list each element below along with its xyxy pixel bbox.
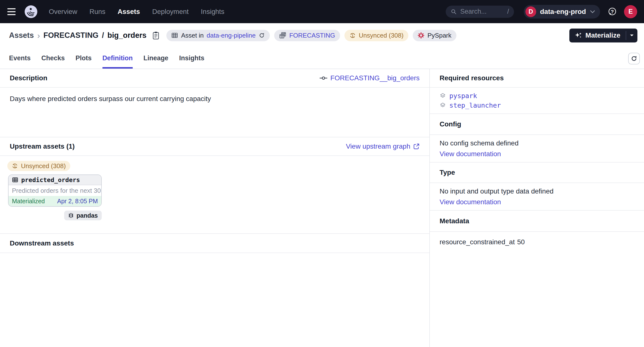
description-title: Description [10,74,47,82]
svg-text:?: ? [611,9,614,14]
config-header: Config [430,114,644,135]
type-docs-link[interactable]: View documentation [440,198,634,206]
config-title: Config [440,120,461,128]
workspace-switcher[interactable]: D data-eng-prod [524,5,600,18]
job-node-icon [320,76,327,80]
job-link-label: FORECASTING__big_orders [330,74,420,82]
upstream-unsynced-badge[interactable]: Unsynced (308) [7,161,70,171]
refresh-icon[interactable] [258,32,265,38]
search-input[interactable] [460,8,504,15]
user-avatar[interactable]: E [624,5,637,18]
resource-step-launcher-label: step_launcher [449,102,501,109]
type-body: No input and output type data defined Vi… [430,183,644,210]
pandas-icon [68,212,74,219]
upstream-asset-card[interactable]: predicted_orders Predicted orders for th… [8,174,102,207]
resources-header: Required resources [430,69,644,88]
tab-checks[interactable]: Checks [42,48,65,68]
chevron-down-icon [590,10,595,14]
dagster-logo-icon[interactable] [24,5,38,18]
nav-overview[interactable]: Overview [49,8,77,16]
tab-bar: Events Checks Plots Definition Lineage I… [0,48,644,69]
right-column-empty [430,252,644,347]
metadata-key: resource_constrained_at [440,238,517,246]
tag-group-forecasting[interactable]: FORECASTING [274,30,340,41]
resource-link-step-launcher[interactable]: step_launcher [440,102,634,109]
description-header: Description FORECASTING__big_orders [0,69,429,88]
tag-pandas: pandas [64,210,102,220]
downstream-body-empty [0,253,429,347]
config-docs-link[interactable]: View documentation [440,150,634,158]
metadata-value: 50 [517,238,525,246]
workspace-label: data-eng-prod [540,8,586,16]
type-header: Type [430,162,644,183]
caret-down-icon [630,34,634,36]
asset-group-icon [279,32,286,39]
table-icon [171,32,178,39]
materialize-split-button: Materialize [569,28,638,42]
type-empty-message: No input and output type data defined [440,188,634,195]
materialization-timestamp[interactable]: Apr 2, 8:05 PM [57,198,98,205]
materialize-button[interactable]: Materialize [569,28,626,42]
search-icon [450,8,457,15]
tab-plots[interactable]: Plots [76,48,92,68]
tag-pyspark: PySpark [413,30,456,41]
nav-runs[interactable]: Runs [90,8,106,16]
resource-link-pyspark[interactable]: pyspark [440,92,634,100]
metadata-header: Metadata [430,210,644,232]
asset-card-tag-row: pandas [7,210,102,220]
config-body: No config schema defined View documentat… [430,135,644,162]
asset-card-status-row: Materialized Apr 2, 8:05 PM [8,196,101,206]
job-link[interactable]: FORECASTING__big_orders [320,74,420,82]
breadcrumb: Assets › FORECASTING / big_orders [9,31,160,40]
refresh-page-button[interactable] [628,53,640,64]
tag-unsynced[interactable]: Unsynced (308) [344,30,408,41]
sync-alert-icon [349,32,356,39]
layers-icon [440,102,446,108]
menu-icon[interactable] [7,6,18,17]
pipeline-link[interactable]: data-eng-pipeline [206,32,256,39]
workspace-badge: D [526,6,536,17]
config-empty-message: No config schema defined [440,139,634,147]
materialize-caret-button[interactable] [626,28,638,42]
breadcrumb-separator: / [102,31,104,40]
description-text: Days where predicted orders surpass our … [10,95,211,102]
main-content: Description FORECASTING__big_orders Days… [0,69,644,347]
resource-pyspark-label: pyspark [449,92,477,100]
upstream-body: Unsynced (308) predicted_orders Predicte… [0,156,429,233]
external-link-icon [413,143,420,150]
tab-definition[interactable]: Definition [102,48,133,68]
table-icon [12,177,18,183]
breadcrumb-group: FORECASTING [44,31,98,40]
search-box[interactable]: / [446,6,514,18]
metadata-row: resource_constrained_at 50 [440,238,634,246]
nav-deployment[interactable]: Deployment [152,8,188,16]
view-upstream-graph-link[interactable]: View upstream graph [346,142,420,150]
asset-card-name: predicted_orders [21,176,80,184]
tag-asset-in-prefix: Asset in [181,32,204,39]
breadcrumb-assets-link[interactable]: Assets [9,31,34,40]
upstream-header: Upstream assets (1) View upstream graph [0,137,429,156]
layers-icon [440,93,446,99]
status-badge: Materialized [12,198,45,205]
tab-events[interactable]: Events [9,48,31,68]
resources-body: pyspark step_launcher [430,88,644,114]
upstream-title: Upstream assets (1) [10,142,75,150]
asset-tags: Asset in data-eng-pipeline FORECASTING [166,30,456,41]
refresh-icon [630,55,638,62]
description-body: Days where predicted orders surpass our … [0,88,429,137]
sync-alert-icon [12,163,18,169]
tag-group-label: FORECASTING [289,32,335,39]
asset-card-description: Predicted orders for the next 30 day... [8,185,101,196]
page-title: big_orders [107,31,146,40]
tag-unsynced-label: Unsynced (308) [359,32,404,39]
sparkles-icon [575,32,582,39]
view-upstream-graph-label: View upstream graph [346,142,410,150]
breadcrumb-chevron: › [37,31,40,40]
help-icon[interactable]: ? [608,7,617,16]
tab-lineage[interactable]: Lineage [144,48,168,68]
copy-icon[interactable] [152,31,160,40]
resources-title: Required resources [440,74,504,82]
nav-insights[interactable]: Insights [201,8,224,16]
tab-insights[interactable]: Insights [179,48,204,68]
nav-assets[interactable]: Assets [118,8,140,16]
